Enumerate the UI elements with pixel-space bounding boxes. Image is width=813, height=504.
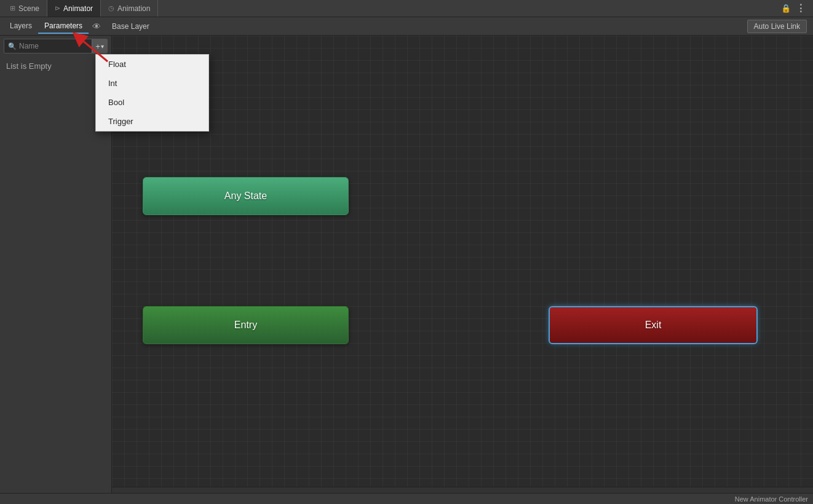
canvas-area: Any State Entry Exit — [112, 36, 813, 493]
animation-icon: ◷ — [108, 4, 114, 12]
status-text: New Animator Controller — [735, 495, 808, 503]
tab-animation[interactable]: ◷ Animation — [101, 0, 158, 17]
top-right-icons: 🔒 ⋮ — [781, 2, 811, 14]
lock-icon[interactable]: 🔒 — [781, 4, 791, 13]
search-icon: 🔍 — [8, 42, 17, 50]
scene-tab-label: Scene — [18, 4, 39, 13]
animation-tab-label: Animation — [117, 4, 150, 13]
dropdown-item-bool[interactable]: Bool — [96, 93, 208, 112]
dropdown-item-int[interactable]: Int — [96, 74, 208, 93]
eye-icon-button[interactable]: 👁 — [89, 20, 105, 33]
canvas-grid — [112, 36, 813, 493]
dropdown-item-float[interactable]: Float — [96, 55, 208, 74]
animator-tab-label: Animator — [63, 4, 93, 13]
list-empty-text: List is Empty — [0, 57, 111, 76]
left-panel: 🔍 + ▾ List is Empty Float Int Bool Trigg… — [0, 36, 112, 493]
base-layer-label: Base Layer — [105, 20, 157, 33]
entry-node[interactable]: Entry — [143, 306, 349, 344]
exit-node[interactable]: Exit — [549, 306, 758, 344]
top-tab-bar: ⊞ Scene ⊳ Animator ◷ Animation 🔒 ⋮ — [0, 0, 813, 17]
auto-live-link-button[interactable]: Auto Live Link — [747, 20, 807, 33]
animator-icon: ⊳ — [55, 4, 60, 12]
search-input[interactable] — [19, 42, 103, 50]
canvas-scrollbar[interactable] — [112, 487, 813, 493]
toolbar-tab-layers[interactable]: Layers — [4, 19, 38, 34]
toolbar-tab-parameters[interactable]: Parameters — [38, 19, 89, 34]
toolbar: Layers Parameters 👁 Base Layer Auto Live… — [0, 17, 813, 36]
tab-scene[interactable]: ⊞ Scene — [2, 0, 47, 17]
scene-icon: ⊞ — [10, 4, 15, 12]
any-state-node[interactable]: Any State — [143, 177, 349, 215]
tab-animator[interactable]: ⊳ Animator — [47, 0, 101, 17]
add-parameter-button[interactable]: + ▾ — [92, 39, 107, 53]
dropdown-item-trigger[interactable]: Trigger — [96, 112, 208, 131]
more-menu-icon[interactable]: ⋮ — [796, 2, 806, 14]
search-bar: 🔍 + ▾ — [4, 39, 108, 53]
parameter-dropdown-menu: Float Int Bool Trigger — [95, 54, 209, 132]
status-bar: New Animator Controller — [0, 493, 813, 504]
